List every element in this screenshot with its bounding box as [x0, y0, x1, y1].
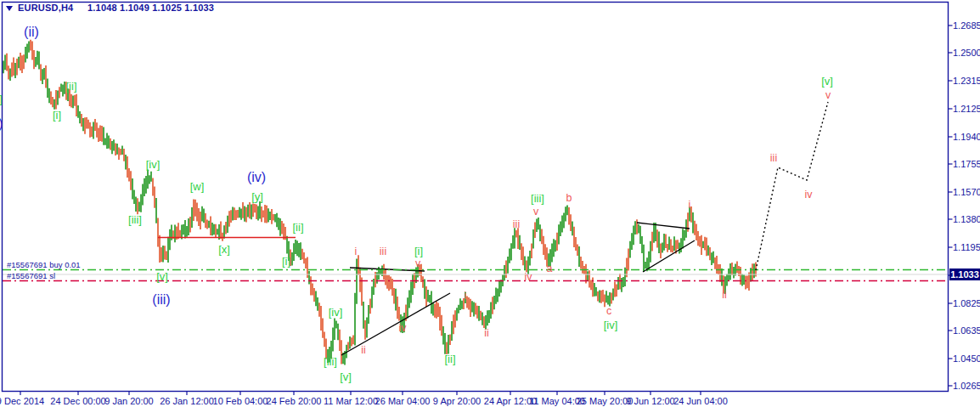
time-tick-label: 11 Mar 12:00 — [324, 396, 378, 406]
wave-label: [y] — [251, 191, 263, 202]
wave-label: [iv] — [329, 307, 343, 318]
wave-label: ) — [0, 117, 3, 131]
wave-label: iv — [804, 189, 812, 201]
stop-loss-label: #15567691 sl — [7, 271, 55, 280]
forecast-line — [756, 102, 828, 270]
wave-label: ii — [722, 290, 727, 301]
wave-label: i — [355, 246, 358, 257]
wave-label: v — [415, 258, 420, 269]
price-tick-label: 1.1195 — [953, 242, 980, 252]
wave-label: c — [606, 306, 611, 317]
wave-label: [i] — [414, 246, 423, 257]
wave-label: (ii) — [24, 25, 39, 39]
price-tick-label: 1.1380 — [953, 214, 980, 224]
wave-label: [iii] — [531, 193, 544, 204]
wave-label: [iv] — [146, 159, 161, 170]
wave-label: ii — [484, 328, 489, 339]
time-tick-label: 26 Jan 12:00 — [160, 396, 214, 406]
wave-label: ] — [0, 93, 3, 105]
chart-window: EURUSD,H4 1.1048 1.1049 1.1025 1.1033 #1… — [0, 0, 980, 407]
wave-label: (iii) — [152, 293, 170, 307]
wave-label: a — [547, 263, 553, 274]
time-tick-label: 10 Feb 04:00 — [213, 396, 268, 406]
current-price-badge: 1.1033 — [949, 269, 980, 280]
wave-label: [w] — [190, 181, 205, 192]
time-tick-label: 26 Mar 04:00 — [375, 396, 431, 406]
price-tick-label: 1.1570 — [953, 187, 980, 197]
wave-label: v — [825, 90, 831, 101]
wave-label: [iii] — [324, 356, 337, 367]
price-tick-label: 1.1940 — [953, 132, 980, 142]
time-tick-label: 9 Jun 12:00 — [626, 396, 675, 406]
chart-title-ohlc: 1.1048 1.1049 1.1025 1.1033 — [87, 3, 214, 13]
wave-label: i — [465, 291, 467, 302]
wave-label: iii — [380, 246, 386, 257]
price-tick-label: 1.0450 — [953, 353, 980, 364]
wave-label: [v] — [340, 371, 352, 382]
price-tick-label: 1.2315 — [953, 76, 980, 86]
time-tick-label: 9 Dec 2014 — [0, 396, 44, 406]
wave-label: i — [689, 200, 691, 211]
price-tick-label: 1.2500 — [953, 48, 980, 58]
wave-label: iv — [398, 323, 406, 334]
price-tick-label: 1.1755 — [953, 159, 980, 169]
wave-label: [i] — [53, 110, 61, 121]
time-tick-label: 25 May 20:00 — [577, 396, 634, 406]
wave-label: [ii] — [445, 353, 456, 365]
time-tick-label: 24 Dec 00:00 — [50, 396, 105, 406]
wave-label: [ii] — [66, 81, 77, 92]
chart-menu-arrow-icon[interactable] — [6, 6, 13, 11]
wave-label: [iii] — [128, 214, 142, 225]
wave-label: [iv] — [604, 319, 618, 331]
wave-label: v — [533, 206, 538, 218]
price-tick-label: 1.0265 — [953, 381, 980, 391]
price-tick-label: 1.0825 — [953, 298, 980, 308]
wave-label: ii — [361, 345, 366, 356]
wave-label: iii — [770, 153, 777, 164]
buy-order-label: #15567691 buy 0.01 — [7, 260, 81, 269]
wave-label: [i] — [282, 256, 290, 267]
chart-plot-svg[interactable] — [0, 0, 980, 407]
chart-title-symbol: EURUSD,H4 — [18, 3, 73, 13]
wave-label: [ii] — [293, 222, 304, 233]
time-tick-label: 9 Jan 20:00 — [104, 396, 154, 406]
wave-label: iv — [524, 272, 532, 283]
price-tick-label: 1.2685 — [953, 20, 980, 31]
wave-label: iii — [513, 219, 520, 230]
time-tick-label: 9 Apr 20:00 — [433, 396, 481, 406]
wave-label: [x] — [218, 244, 230, 255]
candles-layer — [3, 40, 756, 365]
wave-label: b — [566, 193, 572, 204]
wave-label: [v] — [156, 271, 168, 282]
wave-label: [v] — [821, 76, 833, 87]
price-tick-label: 1.2125 — [953, 104, 980, 114]
wave-label: (iv) — [247, 171, 266, 184]
time-tick-label: 24 Jun 04:00 — [673, 396, 728, 406]
time-tick-label: 24 Feb 20:00 — [267, 396, 322, 406]
price-tick-label: 1.0635 — [953, 325, 980, 336]
